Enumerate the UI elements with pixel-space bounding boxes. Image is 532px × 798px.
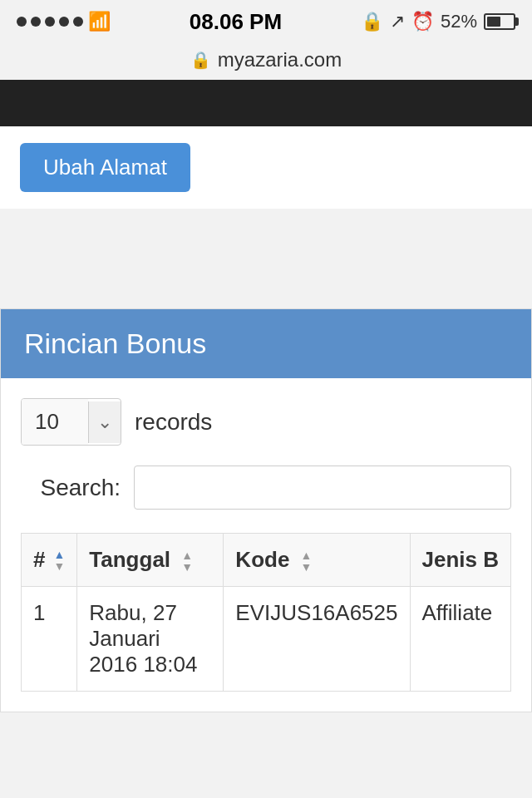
wifi-icon: 📶: [88, 11, 111, 32]
bonus-body: 10 ⌄ records Search: # ▲ ▼: [1, 378, 531, 712]
page-black-bar: [0, 80, 532, 126]
cell-tanggal: Rabu, 27 Januari 2016 18:04: [77, 587, 224, 692]
col-header-jenisb: Jenis B: [410, 534, 511, 587]
sort-down-icon: ▼: [53, 560, 65, 572]
search-row: Search:: [21, 466, 511, 510]
records-select-arrow-icon[interactable]: ⌄: [88, 401, 121, 443]
table-header-row: # ▲ ▼ Tanggal ▲ ▼: [22, 534, 511, 587]
search-label: Search:: [21, 475, 121, 501]
col-hash-label: #: [33, 547, 45, 573]
signal-dot-1: [17, 17, 27, 27]
signal-dot-4: [59, 17, 69, 27]
ubah-alamat-button[interactable]: Ubah Alamat: [20, 143, 190, 192]
signal-dot-3: [45, 17, 55, 27]
sort-icon-tanggal: ▲ ▼: [181, 549, 193, 573]
signal-dots: [17, 17, 83, 27]
data-table: # ▲ ▼ Tanggal ▲ ▼: [21, 533, 511, 692]
cell-kode: EVIJUS16A6525: [224, 587, 410, 692]
sort-icon-num: ▲ ▼: [53, 549, 65, 572]
table-row: 1 Rabu, 27 Januari 2016 18:04 EVIJUS16A6…: [22, 587, 511, 692]
sort-down-tanggal: ▼: [181, 561, 193, 573]
col-header-num[interactable]: # ▲ ▼: [22, 534, 77, 587]
col-tanggal-label: Tanggal: [89, 547, 170, 572]
sort-up-tanggal: ▲: [181, 549, 193, 561]
url-text: myazaria.com: [218, 48, 342, 71]
alarm-icon: ⏰: [411, 11, 434, 32]
sort-icon-kode: ▲ ▼: [301, 549, 313, 573]
status-left: 📶: [17, 11, 111, 32]
signal-dot-5: [73, 17, 83, 27]
sort-up-kode: ▲: [301, 549, 313, 561]
sort-up-icon: ▲: [53, 549, 65, 560]
records-row: 10 ⌄ records: [21, 398, 511, 446]
signal-dot-2: [31, 17, 41, 27]
col-kode-label: Kode: [235, 547, 289, 572]
cell-jenisb: Affiliate: [410, 587, 511, 692]
lock-status-icon: 🔒: [361, 11, 383, 32]
bonus-section: Rincian Bonus 10 ⌄ records Search: #: [0, 308, 532, 712]
url-lock-icon: 🔒: [190, 50, 211, 70]
button-area: Ubah Alamat: [0, 126, 532, 209]
records-select-value: 10: [22, 399, 88, 445]
col-header-kode[interactable]: Kode ▲ ▼: [224, 534, 410, 587]
spacer: [0, 209, 532, 308]
col-jenisb-label: Jenis B: [422, 547, 500, 572]
status-right: 🔒 ↗ ⏰ 52%: [361, 11, 515, 32]
bonus-header: Rincian Bonus: [1, 309, 531, 378]
location-icon: ↗: [390, 11, 405, 32]
status-bar: 📶 08.06 PM 🔒 ↗ ⏰ 52%: [0, 0, 532, 43]
records-label: records: [135, 409, 212, 436]
status-time: 08.06 PM: [190, 9, 282, 35]
col-header-tanggal[interactable]: Tanggal ▲ ▼: [77, 534, 224, 587]
battery-fill: [487, 17, 500, 27]
search-input[interactable]: [134, 466, 511, 510]
bonus-header-title: Rincian Bonus: [24, 328, 206, 359]
battery-percent: 52%: [441, 11, 477, 32]
battery-icon: [484, 13, 515, 30]
records-select-wrapper[interactable]: 10 ⌄: [21, 398, 121, 446]
url-bar: 🔒 myazaria.com: [0, 43, 532, 80]
cell-num: 1: [22, 587, 77, 692]
sort-down-kode: ▼: [301, 561, 313, 573]
